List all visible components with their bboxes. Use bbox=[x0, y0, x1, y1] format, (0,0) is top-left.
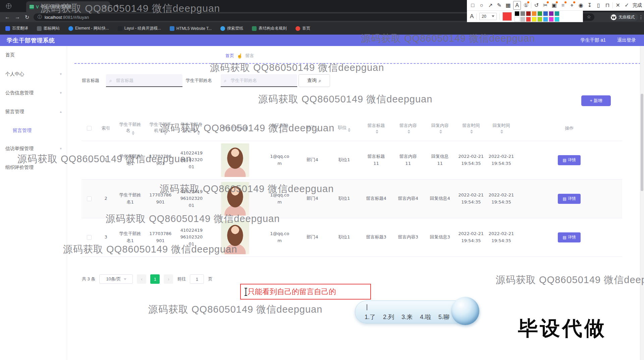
chevron-down-icon: ▾ bbox=[60, 91, 62, 95]
bookmark-item[interactable]: HTML5 Website T... bbox=[170, 26, 212, 31]
back-icon[interactable]: ← bbox=[5, 14, 10, 20]
col-message-time[interactable]: 留言时间 bbox=[456, 116, 486, 141]
rect-tool-icon[interactable]: □ bbox=[469, 1, 476, 10]
palette-color-swatch[interactable] bbox=[526, 17, 531, 22]
cadre-name-input[interactable] bbox=[221, 74, 297, 87]
detail-button[interactable]: ▤详情 bbox=[558, 194, 581, 204]
bookmark-star-icon[interactable]: ☆ bbox=[587, 14, 591, 19]
palette-color-swatch[interactable] bbox=[520, 17, 525, 22]
goto-page-input[interactable] bbox=[190, 274, 204, 284]
current-page[interactable]: 1 bbox=[150, 274, 160, 284]
message-title-input[interactable] bbox=[106, 74, 182, 87]
done-label[interactable]: 完成 bbox=[633, 2, 642, 8]
next-page-button[interactable]: › bbox=[164, 274, 173, 284]
confirm-capture-icon[interactable]: ✓ bbox=[623, 1, 630, 10]
bookmark-item[interactable]: Layui - 经典开源模... bbox=[118, 26, 161, 31]
ime-candidate[interactable]: 3.来 bbox=[401, 313, 413, 321]
col-message-content[interactable]: 留言内容 bbox=[392, 116, 424, 141]
logout-button[interactable]: 退出登录 bbox=[617, 37, 636, 43]
sort-icon[interactable] bbox=[376, 130, 378, 134]
sort-icon[interactable] bbox=[470, 130, 473, 134]
record-tool-icon[interactable]: ◉ bbox=[577, 1, 584, 10]
scrollbar-thumb[interactable] bbox=[641, 94, 643, 191]
sidebar-subitem-message-mgmt[interactable]: 留言管理 bbox=[13, 128, 32, 134]
col-reply-content[interactable]: 回复内容 bbox=[424, 116, 456, 141]
sidebar-item-message-mgmt[interactable]: 留言管理▴ bbox=[5, 109, 62, 115]
ime-prev-icon[interactable]: ◂ bbox=[440, 314, 443, 320]
prev-page-button[interactable]: ‹ bbox=[137, 274, 146, 284]
sidebar-item-home[interactable]: 首页 bbox=[5, 52, 62, 58]
ellipse-tool-icon[interactable]: ○ bbox=[478, 1, 485, 10]
palette-color-swatch[interactable] bbox=[537, 11, 542, 16]
palette-color-swatch[interactable] bbox=[549, 11, 554, 16]
ocr-tool-icon[interactable]: ⌗ bbox=[559, 1, 567, 10]
text-tool-icon[interactable]: A bbox=[513, 1, 521, 10]
incognito-badge: 无痕模式 bbox=[609, 13, 638, 21]
cut-tool-icon[interactable]: ✂ bbox=[542, 1, 549, 10]
bookmark-tool-icon[interactable]: ⊓ bbox=[604, 1, 611, 10]
cancel-capture-icon[interactable]: ✕ bbox=[614, 1, 622, 10]
download-icon[interactable]: ↧ bbox=[586, 1, 593, 10]
arrow-tool-icon[interactable]: ↗ bbox=[487, 1, 494, 10]
bookmark-item[interactable]: 百度翻译 bbox=[5, 26, 28, 31]
watermark: 源码获取 QQ86050149 微信deepguan bbox=[258, 93, 432, 106]
col-index: 索引 bbox=[97, 116, 115, 141]
undo-icon[interactable]: ↺ bbox=[533, 1, 540, 10]
palette-color-swatch[interactable] bbox=[543, 11, 548, 16]
bookmark-item[interactable]: 图标网站 bbox=[37, 26, 60, 31]
ime-candidate[interactable]: 4.啦 bbox=[420, 313, 431, 321]
palette-color-swatch[interactable] bbox=[532, 11, 537, 16]
palette-color-swatch[interactable] bbox=[526, 11, 531, 16]
bookmark-item[interactable]: Element - 网站快... bbox=[68, 26, 109, 31]
scrollbar-track[interactable] bbox=[640, 46, 644, 360]
app-title: 学生干部管理系统 bbox=[7, 37, 55, 44]
palette-color-swatch[interactable] bbox=[549, 17, 554, 22]
col-name[interactable]: 学生干部姓名 bbox=[115, 116, 145, 141]
col-reply-time[interactable]: 回复时间 bbox=[486, 116, 516, 141]
ime-logo-sphere[interactable] bbox=[451, 297, 479, 325]
bookmark-item[interactable]: 首页 bbox=[296, 26, 310, 31]
query-button[interactable]: 查询 ⌕ bbox=[299, 74, 330, 87]
bookmark-item[interactable]: 表结构命名规则 bbox=[252, 26, 287, 31]
sidebar-item-personal-center[interactable]: 个人中心▾ bbox=[5, 71, 62, 77]
sidebar-item-announcement[interactable]: 公告信息管理▾ bbox=[5, 90, 62, 96]
page-size-select[interactable]: 10条/页 bbox=[99, 274, 133, 284]
pin-tool-icon[interactable]: ⌖ bbox=[568, 1, 576, 10]
sort-icon[interactable] bbox=[348, 128, 351, 132]
col-message-title[interactable]: 留言标题 bbox=[360, 116, 392, 141]
ime-next-icon[interactable]: ▸ bbox=[445, 314, 448, 320]
sidebar-item-petition-report[interactable]: 信访举报管理▾ bbox=[5, 146, 62, 152]
copy-tool-icon[interactable]: ▣ bbox=[550, 1, 558, 10]
detail-button[interactable]: ▤详情 bbox=[558, 232, 581, 242]
sort-icon[interactable] bbox=[408, 130, 410, 134]
palette-color-swatch[interactable] bbox=[543, 17, 548, 22]
mobile-tool-icon[interactable]: ▯ bbox=[595, 1, 602, 10]
sort-icon[interactable] bbox=[132, 131, 135, 135]
palette-color-swatch[interactable] bbox=[537, 17, 542, 22]
mosaic-tool-icon[interactable]: ▦ bbox=[504, 1, 512, 10]
palette-color-swatch[interactable] bbox=[515, 11, 520, 16]
palette-color-swatch[interactable] bbox=[554, 11, 559, 16]
step-counter-tool-icon[interactable]: ① bbox=[522, 1, 530, 10]
sort-icon[interactable] bbox=[439, 130, 442, 134]
reload-icon[interactable]: ↻ bbox=[25, 14, 29, 20]
palette-color-swatch[interactable] bbox=[520, 11, 525, 16]
current-color-swatch[interactable] bbox=[502, 12, 512, 21]
ime-candidate[interactable]: 2.列 bbox=[383, 313, 394, 321]
pen-tool-icon[interactable]: ✎ bbox=[495, 1, 503, 10]
row-checkbox[interactable] bbox=[87, 196, 92, 201]
palette-color-swatch[interactable] bbox=[554, 17, 559, 22]
breadcrumb-home[interactable]: 首页 bbox=[225, 53, 234, 59]
palette-color-swatch[interactable] bbox=[532, 17, 537, 22]
detail-button[interactable]: ▤详情 bbox=[558, 155, 581, 165]
select-all-checkbox[interactable] bbox=[87, 126, 92, 131]
forward-icon[interactable]: → bbox=[15, 14, 20, 20]
font-size-select[interactable]: 20 bbox=[479, 13, 497, 20]
ime-candidate[interactable]: 1.了 bbox=[365, 313, 376, 321]
add-button[interactable]: + 新增 bbox=[581, 95, 611, 106]
palette-color-swatch[interactable] bbox=[515, 17, 520, 22]
browser-menu-icon[interactable]: ⋮ bbox=[639, 14, 643, 20]
sort-icon[interactable] bbox=[500, 130, 503, 134]
bookmark-item[interactable]: 搜索壁纸 bbox=[220, 26, 243, 31]
row-checkbox[interactable] bbox=[87, 235, 92, 240]
